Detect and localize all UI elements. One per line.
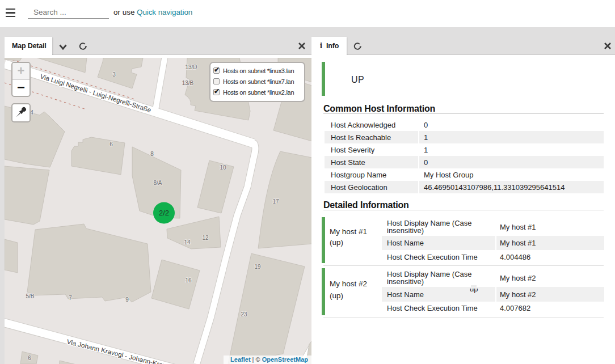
svg-text:14: 14	[184, 239, 191, 246]
svg-text:16: 16	[185, 277, 192, 283]
svg-text:9: 9	[125, 297, 129, 303]
svg-text:13/D: 13/D	[185, 64, 197, 70]
svg-text:17: 17	[272, 198, 279, 205]
svg-text:10: 10	[220, 164, 226, 171]
svg-text:8/A: 8/A	[153, 180, 162, 186]
svg-text:7: 7	[69, 295, 72, 301]
svg-text:13/B: 13/B	[182, 80, 194, 86]
svg-text:19: 19	[254, 264, 261, 270]
svg-text:6: 6	[109, 141, 113, 147]
svg-text:5/B: 5/B	[26, 293, 34, 299]
svg-text:2/2: 2/2	[159, 209, 169, 217]
svg-text:23: 23	[241, 311, 247, 318]
svg-text:12: 12	[202, 235, 209, 241]
svg-text:6: 6	[28, 355, 31, 361]
svg-text:8: 8	[150, 151, 154, 157]
svg-text:4: 4	[30, 109, 33, 116]
svg-text:3: 3	[112, 71, 116, 78]
